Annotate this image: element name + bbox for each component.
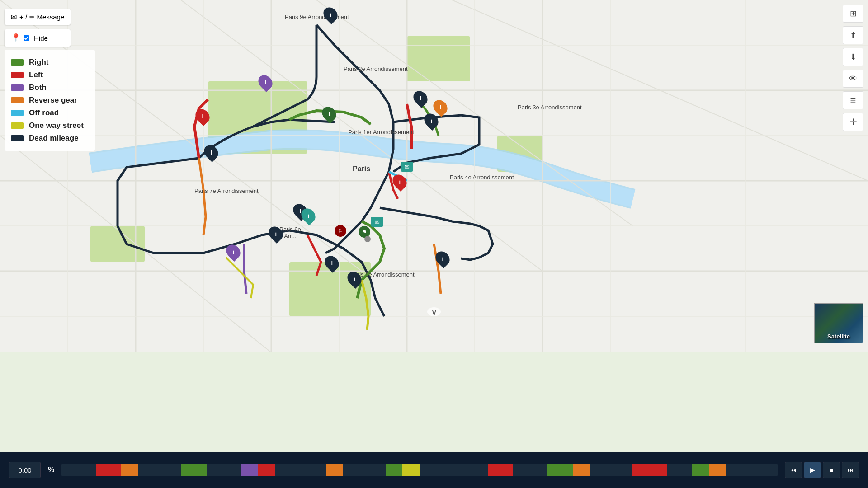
legend-color-oneway [11, 122, 24, 129]
top-toolbar: ✉ + / ✏ Message 📍 Hide [5, 9, 71, 47]
legend-label-reverse: Reverse gear [29, 96, 77, 105]
layers-icon: ⊞ [850, 9, 857, 19]
legend-item-both[interactable]: Both [11, 83, 89, 92]
chevron-divider[interactable]: ∨ [427, 307, 441, 316]
legend-item-reverse[interactable]: Reverse gear [11, 96, 89, 105]
legend-item-offroad[interactable]: Off road [11, 108, 89, 117]
legend-color-right [11, 59, 24, 66]
legend-item-right[interactable]: Right [11, 58, 89, 67]
legend-label-oneway: One way street [29, 121, 84, 130]
map-svg [0, 0, 868, 352]
dot-marker[interactable] [364, 236, 371, 242]
stop-button[interactable]: ■ [823, 462, 840, 478]
hide-checkbox[interactable] [24, 35, 29, 41]
forward-button[interactable]: ⏭ [842, 462, 859, 478]
play-button[interactable]: ▶ [804, 462, 821, 478]
download-icon: ⬇ [850, 52, 857, 62]
legend-color-reverse [11, 97, 24, 103]
map-container: Paris 9e Arrondissement Paris 2e Arrondi… [0, 0, 868, 352]
upload-button[interactable]: ⬆ [843, 26, 863, 44]
player-bar: 0.00 % ⏮ ▶ ■ ⏭ [0, 452, 868, 488]
satellite-label: Satellite [815, 333, 863, 340]
special-marker-1[interactable]: ⚐ [335, 225, 346, 237]
compass-button[interactable]: ✛ [843, 113, 863, 131]
hide-pin-icon: 📍 [11, 33, 21, 43]
svg-rect-4 [407, 36, 470, 81]
message-marker-2[interactable]: ✉ [371, 217, 383, 227]
satellite-thumbnail[interactable]: Satellite [814, 303, 863, 343]
legend-label-left: Left [29, 70, 43, 80]
player-controls: ⏮ ▶ ■ ⏭ [785, 462, 859, 478]
download-button[interactable]: ⬇ [843, 48, 863, 66]
message-icon: ✉ [11, 13, 17, 21]
hide-row: 📍 Hide [5, 29, 71, 47]
legend-item-left[interactable]: Left [11, 70, 89, 80]
legend-color-left [11, 72, 24, 78]
legend-label-right: Right [29, 58, 48, 67]
legend-label-both: Both [29, 83, 47, 92]
upload-icon: ⬆ [850, 30, 857, 40]
rewind-button[interactable]: ⏮ [785, 462, 802, 478]
message-button[interactable]: ✉ + / ✏ Message [5, 9, 71, 25]
message-marker-1[interactable]: ✉ [401, 162, 413, 172]
eye-icon: 👁 [849, 74, 857, 84]
chevron-icon: ∨ [431, 306, 438, 317]
timeline[interactable] [61, 464, 778, 476]
legend-color-dead [11, 135, 24, 141]
legend-color-offroad [11, 110, 24, 116]
percent-label: % [48, 466, 54, 474]
legend-color-both [11, 84, 24, 91]
list-button[interactable]: ≡ [843, 91, 863, 109]
legend-label-offroad: Off road [29, 108, 59, 117]
layers-button[interactable]: ⊞ [843, 5, 863, 23]
list-icon: ≡ [850, 94, 856, 106]
legend-item-dead[interactable]: Dead mileage [11, 134, 89, 143]
right-toolbar: ⊞ ⬆ ⬇ 👁 ≡ ✛ [843, 5, 863, 131]
legend-panel: Right Left Both Reverse gear Off road On… [5, 50, 95, 151]
hide-label: Hide [34, 34, 48, 42]
legend-item-oneway[interactable]: One way street [11, 121, 89, 130]
visibility-button[interactable]: 👁 [843, 70, 863, 88]
svg-rect-3 [90, 226, 145, 262]
message-button-label: + / ✏ Message [19, 13, 64, 21]
compass-icon: ✛ [849, 117, 857, 127]
legend-label-dead: Dead mileage [29, 134, 79, 143]
progress-value[interactable]: 0.00 [9, 462, 41, 478]
